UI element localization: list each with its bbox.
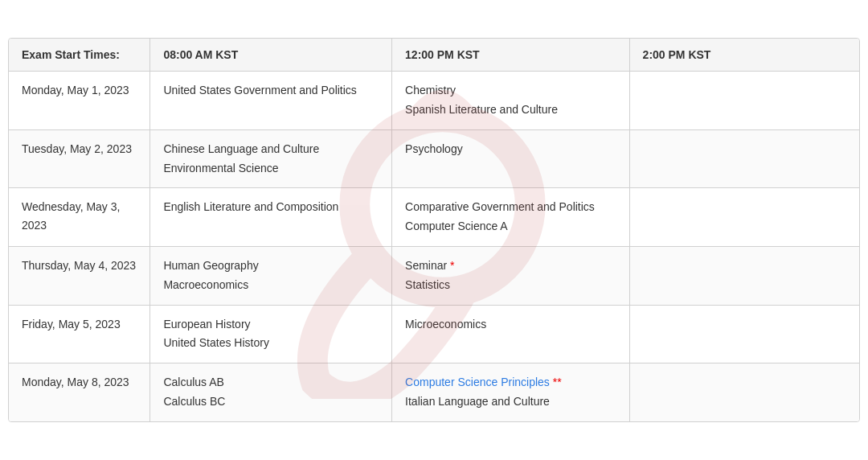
exam-col1: United States Government and Politics <box>150 72 392 130</box>
exam-col3 <box>629 72 859 130</box>
exam-item: Chemistry <box>405 81 616 101</box>
exam-col2: Microeconomics <box>392 305 630 363</box>
exam-col2: Psychology <box>392 129 630 188</box>
exam-col1: European HistoryUnited States History <box>150 305 392 363</box>
table-row: Thursday, May 4, 2023Human GeographyMacr… <box>9 247 859 306</box>
exam-item: Microeconomics <box>405 315 616 335</box>
exam-item: Human Geography <box>163 257 379 276</box>
exam-col3 <box>629 188 859 247</box>
table-row: Friday, May 5, 2023European HistoryUnite… <box>9 305 859 363</box>
exam-schedule-table: Exam Start Times: 08:00 AM KST 12:00 PM … <box>9 39 859 421</box>
exam-col3 <box>629 305 859 363</box>
table-row: Monday, May 8, 2023Calculus ABCalculus B… <box>9 363 859 421</box>
exam-item: Italian Language and Culture <box>405 392 616 412</box>
exam-col1: Human GeographyMacroeconomics <box>150 247 392 306</box>
exam-col2: Comparative Government and PoliticsCompu… <box>392 188 630 247</box>
date-cell: Monday, May 8, 2023 <box>9 363 150 421</box>
exam-item: Seminar * <box>405 257 616 276</box>
date-cell: Tuesday, May 2, 2023 <box>9 129 150 188</box>
exam-item: Environmental Science <box>163 159 379 179</box>
exam-col3 <box>629 363 859 421</box>
date-cell: Friday, May 5, 2023 <box>9 305 150 363</box>
exam-item: United States Government and Politics <box>163 81 379 101</box>
exam-col1: Chinese Language and CultureEnvironmenta… <box>150 129 392 188</box>
exam-item: Calculus AB <box>163 373 379 392</box>
table-row: Tuesday, May 2, 2023Chinese Language and… <box>9 129 859 188</box>
header-col1: 08:00 AM KST <box>150 39 392 72</box>
date-cell: Monday, May 1, 2023 <box>9 72 150 130</box>
exam-item: Psychology <box>405 140 616 159</box>
exam-link[interactable]: Computer Science Principles <box>405 376 550 388</box>
exam-col1: Calculus ABCalculus BC <box>150 363 392 421</box>
date-cell: Thursday, May 4, 2023 <box>9 247 150 306</box>
schedule-table-wrapper: Exam Start Times: 08:00 AM KST 12:00 PM … <box>8 38 860 422</box>
table-row: Wednesday, May 3, 2023English Literature… <box>9 188 859 247</box>
header-col0: Exam Start Times: <box>9 39 150 72</box>
exam-item: Computer Science A <box>405 217 616 236</box>
exam-item: English Literature and Composition <box>163 198 379 217</box>
exam-item: European History <box>163 315 379 335</box>
exam-item: Spanish Literature and Culture <box>405 101 616 120</box>
header-col3: 2:00 PM KST <box>629 39 859 72</box>
exam-item: United States History <box>163 334 379 353</box>
table-row: Monday, May 1, 2023United States Governm… <box>9 72 859 130</box>
asterisk-marker: * <box>447 259 454 272</box>
asterisk-marker: ** <box>550 376 562 388</box>
exam-item: Chinese Language and Culture <box>163 140 379 159</box>
exam-col3 <box>629 247 859 306</box>
exam-item: Calculus BC <box>163 392 379 412</box>
exam-col2: Seminar *Statistics <box>392 247 630 306</box>
exam-col2: Computer Science Principles **Italian La… <box>392 363 630 421</box>
exam-item: Statistics <box>405 276 616 295</box>
exam-item: Computer Science Principles ** <box>405 373 616 392</box>
exam-item: Comparative Government and Politics <box>405 198 616 217</box>
exam-item: Macroeconomics <box>163 276 379 295</box>
date-cell: Wednesday, May 3, 2023 <box>9 188 150 247</box>
exam-col3 <box>629 129 859 188</box>
exam-col1: English Literature and Composition <box>150 188 392 247</box>
exam-col2: ChemistrySpanish Literature and Culture <box>392 72 630 130</box>
header-col2: 12:00 PM KST <box>392 39 630 72</box>
table-header-row: Exam Start Times: 08:00 AM KST 12:00 PM … <box>9 39 859 72</box>
